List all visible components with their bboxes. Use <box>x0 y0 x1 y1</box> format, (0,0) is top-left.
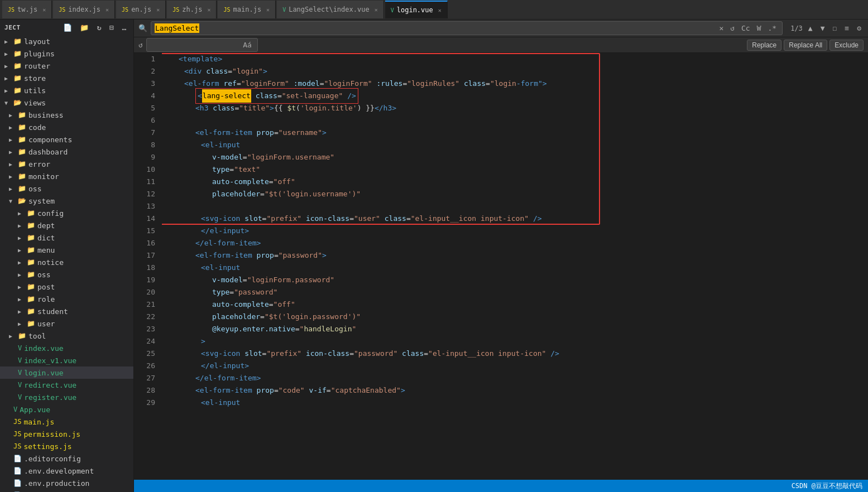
sidebar-item-index-v1-vue[interactable]: V index_v1.vue <box>0 354 133 366</box>
filter-icon[interactable]: ⚙ <box>855 23 864 33</box>
sidebar-item-dashboard[interactable]: ▶ 📁 dashboard <box>0 146 133 158</box>
code-editor[interactable]: 1 2 3 4 5 6 7 8 9 10 11 12 13 14 15 16 1… <box>134 53 868 480</box>
sidebar-item-notice[interactable]: ▶ 📁 notice <box>0 256 133 268</box>
replace-all-button[interactable]: Replace All <box>784 40 827 51</box>
replace-button[interactable]: Replace <box>747 40 781 51</box>
sidebar-item-plugins[interactable]: ▶ 📁 plugins <box>0 47 133 60</box>
sidebar-item-code[interactable]: ▶ 📁 code <box>0 121 133 133</box>
sidebar-item-label: menu <box>37 246 55 254</box>
sidebar-item-oss2[interactable]: ▶ 📁 oss <box>0 268 133 281</box>
sidebar-item-tool[interactable]: ▶ 📁 tool <box>0 330 133 342</box>
sidebar-item-store[interactable]: ▶ 📁 store <box>0 72 133 84</box>
sidebar-item-app-vue[interactable]: V App.vue <box>0 403 133 416</box>
new-file-icon[interactable]: 📄 <box>61 22 75 33</box>
sidebar-item-env-staging[interactable]: 📄 .env.staging <box>0 489 133 492</box>
replace-input-wrap[interactable]: Aá <box>146 38 258 52</box>
arrow-icon: ▶ <box>9 124 18 131</box>
vue-icon: V <box>282 7 286 13</box>
watermark-text: CSDN @豆豆不想敲代码 <box>792 481 862 491</box>
sidebar-item-router[interactable]: ▶ 📁 router <box>0 60 133 72</box>
code-line-1: <template> <box>167 53 868 65</box>
sidebar-item-business[interactable]: ▶ 📁 business <box>0 109 133 121</box>
tab-zh-js[interactable]: JS zh.js ✕ <box>167 1 217 18</box>
sidebar-item-oss[interactable]: ▶ 📁 oss <box>0 182 133 195</box>
tab-main-js[interactable]: JS main.js ✕ <box>218 1 276 18</box>
arrow-icon: ▶ <box>18 259 27 266</box>
sidebar-item-post[interactable]: ▶ 📁 post <box>0 281 133 293</box>
close-icon[interactable]: ✕ <box>207 7 210 13</box>
close-icon[interactable]: ✕ <box>105 7 109 13</box>
exclude-button[interactable]: Exclude <box>829 40 864 51</box>
folder-icon: 📁 <box>18 136 26 143</box>
match-case-replace-icon[interactable]: Aá <box>241 40 254 50</box>
sidebar-item-label: tool <box>28 332 46 340</box>
sidebar-item-monitor[interactable]: ▶ 📁 monitor <box>0 170 133 182</box>
sidebar: ject 📄 📁 ↻ ⊟ … ▶ 📁 layout ▶ 📁 plugins ▶ … <box>0 20 134 492</box>
close-icon[interactable]: ✕ <box>266 7 270 13</box>
sidebar-item-config[interactable]: ▶ 📁 config <box>0 207 133 219</box>
sidebar-item-permission-js[interactable]: JS permission.js <box>0 428 133 440</box>
sidebar-item-views[interactable]: ▼ 📂 views <box>0 97 133 109</box>
tab-en-js[interactable]: JS en.js ✕ <box>116 1 166 18</box>
code-line-22: placeholder = "$t('login.password')" <box>167 311 868 323</box>
arrow-icon: ▶ <box>4 63 13 69</box>
sidebar-item-redirect-vue[interactable]: V redirect.vue <box>0 379 133 391</box>
arrow-icon: ▶ <box>18 296 27 302</box>
arrow-icon: ▶ <box>4 88 13 94</box>
folder-icon: 📁 <box>13 62 22 70</box>
sidebar-item-register-vue[interactable]: V register.vue <box>0 391 133 403</box>
tab-login-vue[interactable]: V login.vue ✕ <box>385 1 448 18</box>
expand-icon[interactable]: ≡ <box>842 23 851 33</box>
more-icon[interactable]: … <box>120 22 129 33</box>
sidebar-item-dept[interactable]: ▶ 📁 dept <box>0 219 133 231</box>
sidebar-item-components[interactable]: ▶ 📁 components <box>0 133 133 146</box>
sidebar-item-menu[interactable]: ▶ 📁 menu <box>0 244 133 256</box>
toggle-selection-icon[interactable]: ☐ <box>831 23 840 33</box>
sidebar-item-dict[interactable]: ▶ 📁 dict <box>0 231 133 244</box>
arrow-icon: ▼ <box>4 100 13 106</box>
close-icon[interactable]: ✕ <box>42 7 46 13</box>
regex-icon[interactable]: .* <box>766 23 779 33</box>
sidebar-item-layout[interactable]: ▶ 📁 layout <box>0 35 133 47</box>
close-icon[interactable]: ✕ <box>156 7 160 13</box>
sidebar-item-editorconfig[interactable]: 📄 .editorconfig <box>0 452 133 465</box>
clear-search-icon[interactable]: ✕ <box>717 23 726 33</box>
tab-langselect-vue[interactable]: V LangSelect\index.vue ✕ <box>277 1 384 18</box>
tab-label: LangSelect\index.vue <box>289 6 370 13</box>
folder-icon: 📁 <box>13 74 22 82</box>
tab-label: en.js <box>131 6 151 13</box>
project-name: ject <box>4 24 21 31</box>
sidebar-item-system[interactable]: ▼ 📂 system <box>0 195 133 207</box>
code-line-2: <div class = "login" > <box>167 65 868 78</box>
sidebar-item-role[interactable]: ▶ 📁 role <box>0 293 133 305</box>
sidebar-item-main-js[interactable]: JS main.js <box>0 416 133 428</box>
sidebar-item-env-prod[interactable]: 📄 .env.production <box>0 477 133 489</box>
refresh-search-icon[interactable]: ↺ <box>728 23 737 33</box>
tab-tw-js[interactable]: JS tw.js ✕ <box>2 1 52 18</box>
prev-match-icon[interactable]: ▲ <box>806 23 815 33</box>
refresh-icon[interactable]: ↻ <box>95 22 104 33</box>
sidebar-item-env-dev[interactable]: 📄 .env.development <box>0 465 133 477</box>
collapse-icon[interactable]: ⊟ <box>107 22 116 33</box>
sidebar-item-label: dept <box>37 221 55 230</box>
sidebar-item-user[interactable]: ▶ 📁 user <box>0 317 133 330</box>
replace-input[interactable] <box>150 41 238 49</box>
next-match-icon[interactable]: ▼ <box>818 23 827 33</box>
match-word-icon[interactable]: W <box>755 23 764 33</box>
code-line-23: @keyup.enter.native = " handleLogin " <box>167 323 868 335</box>
sidebar-item-label: dashboard <box>28 148 68 156</box>
new-folder-icon[interactable]: 📁 <box>78 22 92 33</box>
sidebar-item-student[interactable]: ▶ 📁 student <box>0 305 133 317</box>
close-icon[interactable]: ✕ <box>375 7 378 13</box>
tab-index-js[interactable]: JS index.js ✕ <box>53 1 115 18</box>
sidebar-item-login-vue[interactable]: V login.vue <box>0 366 133 379</box>
sidebar-item-index-vue[interactable]: V index.vue <box>0 342 133 354</box>
code-line-7: <el-form-item prop = "username" > <box>167 127 868 139</box>
close-icon[interactable]: ✕ <box>438 7 442 13</box>
plain-file-icon: 📄 <box>13 467 22 475</box>
main-layout: ject 📄 📁 ↻ ⊟ … ▶ 📁 layout ▶ 📁 plugins ▶ … <box>0 20 868 492</box>
sidebar-item-settings-js[interactable]: JS settings.js <box>0 440 133 452</box>
sidebar-item-utils[interactable]: ▶ 📁 utils <box>0 84 133 97</box>
match-case-icon[interactable]: Cc <box>739 23 752 33</box>
sidebar-item-error[interactable]: ▶ 📁 error <box>0 158 133 170</box>
